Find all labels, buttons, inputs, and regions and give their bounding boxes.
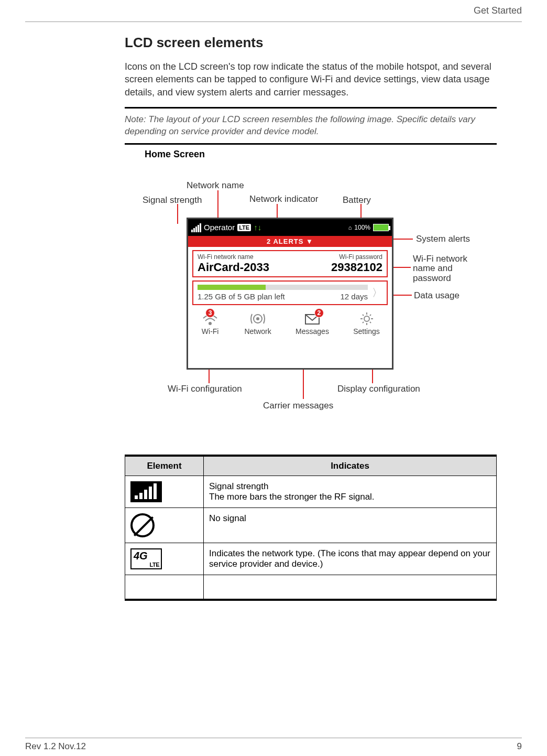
wifi-pass-label: Wi-Fi password — [339, 253, 382, 261]
lte-badge-icon: LTE — [237, 224, 251, 231]
data-usage-bar — [198, 285, 368, 290]
lcd-nav-row: 3 Wi-Fi Network 2 Messages — [188, 308, 392, 336]
data-usage-card[interactable]: 1.25 GB of 5 GB plan left 12 days 〉 — [192, 280, 388, 305]
table-cell — [204, 575, 497, 600]
no-signal-icon — [130, 513, 155, 537]
wifi-status-icon: ⌂ — [348, 224, 352, 231]
table-row: 4GLTE Indicates the network type. (The i… — [125, 543, 497, 575]
footer-rev: Rev 1.2 Nov.12 — [25, 741, 86, 752]
svg-point-1 — [256, 317, 259, 320]
callout-data-usage: Data usage — [414, 291, 460, 301]
callout-network-name: Network name — [187, 181, 244, 191]
wifi-name-value: AirCard-2033 — [198, 261, 269, 274]
lcd-screen: Operator LTE ↑↓ ⌂ 100% 2 ALERTS ▼ Wi-Fi … — [187, 218, 393, 370]
svg-line-9 — [363, 315, 364, 316]
table-cell: No signal — [204, 507, 497, 543]
gear-icon — [357, 310, 377, 327]
nav-settings-label: Settings — [353, 327, 380, 336]
svg-line-11 — [363, 322, 364, 323]
callout-wifi-config: Wi-Fi configuration — [168, 384, 242, 394]
nav-messages[interactable]: 2 Messages — [296, 310, 329, 336]
nav-network[interactable]: Network — [244, 310, 271, 336]
nav-settings[interactable]: Settings — [353, 310, 380, 336]
note-prefix: Note: — [125, 114, 148, 124]
home-screen-title: Home Screen — [145, 149, 497, 160]
battery-percent: 100% — [354, 224, 370, 231]
wifi-credentials-card[interactable]: Wi-Fi network name Wi-Fi password AirCar… — [192, 250, 388, 277]
alerts-bar[interactable]: 2 ALERTS ▼ — [188, 236, 392, 247]
footer-page: 9 — [517, 741, 522, 752]
lcd-status-bar: Operator LTE ↑↓ ⌂ 100% — [188, 219, 392, 236]
wifi-name-label: Wi-Fi network name — [198, 253, 254, 261]
nav-wifi[interactable]: 3 Wi-Fi — [200, 310, 220, 336]
signal-bars-icon — [191, 223, 201, 232]
data-days: 12 days — [340, 292, 368, 301]
nav-wifi-label: Wi-Fi — [202, 327, 219, 336]
nav-messages-label: Messages — [296, 327, 329, 336]
page-footer: Rev 1.2 Nov.12 9 — [25, 738, 522, 752]
nav-network-label: Network — [244, 327, 271, 336]
network-type-icon: 4GLTE — [130, 548, 162, 569]
chevron-right-icon: 〉 — [372, 286, 382, 300]
note-text: The layout of your LCD screen resembles … — [125, 114, 475, 136]
header-section: Get Started — [25, 0, 522, 18]
table-cell: Signal strength The more bars the strong… — [204, 476, 497, 507]
note-block: Note: The layout of your LCD screen rese… — [125, 107, 497, 145]
header-rule — [25, 21, 522, 22]
callout-system-alerts: System alerts — [416, 234, 470, 244]
svg-point-4 — [364, 316, 369, 321]
wifi-badge: 3 — [205, 308, 215, 318]
callout-wifi-credentials: Wi-Fi network name and password — [413, 254, 481, 284]
battery-icon — [373, 224, 389, 231]
th-element: Element — [125, 456, 204, 476]
callout-display-config: Display configuration — [337, 384, 420, 394]
callout-battery: Battery — [343, 196, 371, 206]
th-indicates: Indicates — [204, 456, 497, 476]
network-icon — [248, 310, 268, 327]
table-row — [125, 575, 497, 600]
table-row: No signal — [125, 507, 497, 543]
section-title: LCD screen elements — [125, 35, 497, 51]
wifi-pass-value: 29382102 — [331, 261, 382, 274]
elements-table: Element Indicates Signal strength The mo… — [125, 455, 497, 601]
signal-strength-icon — [130, 481, 162, 502]
messages-badge: 2 — [314, 308, 324, 318]
callout-signal-strength: Signal strength — [143, 196, 202, 206]
data-arrows-icon: ↑↓ — [254, 223, 261, 232]
callout-network-indicator: Network indicator — [249, 195, 318, 204]
intro-paragraph: Icons on the LCD screen's top row indica… — [125, 60, 497, 99]
table-row: Signal strength The more bars the strong… — [125, 476, 497, 507]
operator-name: Operator — [204, 223, 235, 232]
svg-line-12 — [370, 322, 371, 323]
callout-carrier-messages: Carrier messages — [263, 401, 333, 411]
svg-point-0 — [209, 322, 212, 325]
table-cell: Indicates the network type. (The icons t… — [204, 543, 497, 575]
svg-line-10 — [370, 315, 371, 316]
lcd-diagram: Network name Signal strength Network ind… — [125, 171, 497, 434]
data-remaining: 1.25 GB of 5 GB plan left — [198, 292, 285, 301]
